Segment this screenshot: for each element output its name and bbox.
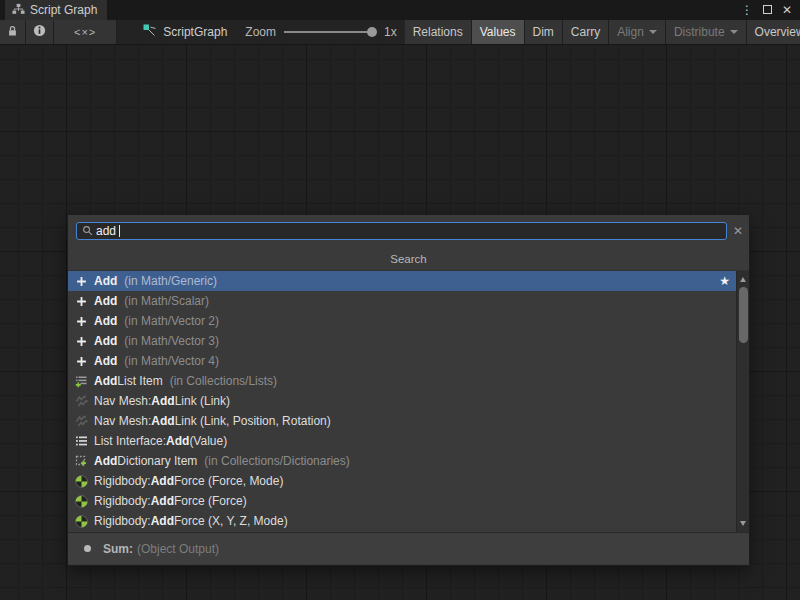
row-suffix: Force (X, Y, Z, Mode) — [174, 514, 288, 528]
code-view-button[interactable]: <×> — [54, 20, 117, 44]
text-caret — [119, 225, 120, 237]
finder-row[interactable]: Add(in Math/Scalar) — [68, 291, 736, 311]
row-suffix: List Item — [117, 374, 162, 388]
finder-rows: Add(in Math/Generic)★Add(in Math/Scalar)… — [68, 271, 736, 531]
finder-results-list: Add(in Math/Generic)★Add(in Math/Scalar)… — [68, 271, 749, 532]
finder-row[interactable]: Add(in Math/Vector 2) — [68, 311, 736, 331]
row-suffix: Force (Force) — [174, 494, 247, 508]
finder-row[interactable]: Add(in Math/Generic)★ — [68, 271, 736, 291]
list-icon — [74, 435, 88, 448]
row-match-text: Add — [94, 314, 117, 328]
row-match-text: Add — [151, 494, 174, 508]
rigidbody-icon — [74, 495, 88, 508]
finder-row[interactable]: Add(in Math/Vector 3) — [68, 331, 736, 351]
maximize-icon[interactable] — [763, 4, 772, 16]
tab-title: Script Graph — [30, 3, 97, 17]
finder-row[interactable]: Rigidbody: Add Force (Force, Mode) — [68, 471, 736, 491]
plus-icon — [74, 355, 88, 368]
rigidbody-icon — [74, 515, 88, 528]
close-window-icon[interactable]: ✕ — [782, 4, 792, 16]
row-suffix: Link (Link) — [175, 394, 230, 408]
info-icon — [33, 24, 46, 40]
finder-row[interactable]: Nav Mesh: Add Link (Link, Position, Rota… — [68, 411, 736, 431]
scroll-up-icon[interactable] — [740, 277, 746, 282]
row-match-text: Add — [94, 354, 117, 368]
row-match-text: Add — [94, 274, 117, 288]
graph-hierarchy-icon — [12, 3, 25, 18]
dim-button[interactable]: Dim — [525, 20, 563, 44]
distribute-dropdown[interactable]: Distribute — [666, 20, 747, 44]
plus-icon — [74, 295, 88, 308]
search-input[interactable]: add — [76, 222, 727, 240]
graph-label: ScriptGraph — [163, 25, 227, 39]
footer-selected-name: Sum: — [103, 542, 133, 556]
code-view-icon: <×> — [74, 26, 96, 38]
row-match-text: Add — [151, 474, 174, 488]
info-button[interactable] — [26, 20, 54, 44]
search-query-text: add — [96, 225, 116, 237]
row-category: (in Math/Scalar) — [124, 294, 209, 308]
dict-add-icon — [74, 455, 88, 468]
values-button[interactable]: Values — [472, 20, 525, 44]
row-prefix: List Interface: — [94, 434, 166, 448]
row-suffix: Force (Force, Mode) — [174, 474, 283, 488]
zoom-value: 1x — [384, 25, 397, 39]
row-match-text: Add — [94, 334, 117, 348]
output-port-icon — [84, 545, 91, 552]
close-finder-icon[interactable]: ✕ — [733, 222, 743, 240]
row-match-text: Add — [151, 394, 174, 408]
align-label: Align — [617, 25, 644, 39]
row-prefix: Nav Mesh: — [94, 394, 151, 408]
finder-row[interactable]: Add List Item(in Collections/Lists) — [68, 371, 736, 391]
zoom-slider[interactable] — [284, 31, 376, 33]
row-category: (in Collections/Lists) — [170, 374, 277, 388]
row-category: (in Math/Vector 4) — [124, 354, 219, 368]
row-prefix: Rigidbody: — [94, 474, 151, 488]
finder-row[interactable]: Nav Mesh: Add Link (Link) — [68, 391, 736, 411]
finder-row[interactable]: Add Dictionary Item(in Collections/Dicti… — [68, 451, 736, 471]
row-suffix: (Value) — [189, 434, 227, 448]
relations-button[interactable]: Relations — [405, 20, 472, 44]
row-suffix: Link (Link, Position, Rotation) — [175, 414, 331, 428]
row-match-text: Add — [151, 414, 174, 428]
zoom-slider-handle[interactable] — [367, 27, 377, 37]
graph-breadcrumb[interactable]: ScriptGraph — [133, 20, 237, 44]
chevron-down-icon — [649, 30, 657, 34]
lock-button[interactable] — [0, 20, 26, 44]
plus-icon — [74, 335, 88, 348]
row-match-text: Add — [94, 374, 117, 388]
finder-header: Search — [68, 247, 749, 271]
toolbar-gap — [117, 20, 133, 44]
finder-row[interactable]: Rigidbody: Add Force (Force) — [68, 491, 736, 511]
navmesh-icon — [74, 415, 88, 428]
row-prefix: Rigidbody: — [94, 494, 151, 508]
vertical-scrollbar[interactable] — [736, 271, 749, 532]
finder-row[interactable]: Rigidbody: Add Force (X, Y, Z, Mode) — [68, 511, 736, 531]
search-row: add ✕ — [68, 215, 749, 247]
script-graph-node-icon — [143, 24, 157, 41]
align-dropdown[interactable]: Align — [609, 20, 666, 44]
lock-icon — [7, 25, 18, 40]
fuzzy-finder-popup: add ✕ Search Add(in Math/Generic)★Add(in… — [68, 215, 749, 565]
toolbar-right-group: Relations Values Dim Carry Align Distrib… — [405, 20, 800, 44]
distribute-label: Distribute — [674, 25, 725, 39]
footer-selected-detail: (Object Output) — [137, 542, 219, 556]
window-tab-bar: Script Graph ⋮ ✕ — [0, 0, 800, 20]
navmesh-icon — [74, 395, 88, 408]
row-match-text: Add — [151, 514, 174, 528]
scroll-down-icon[interactable] — [740, 521, 746, 526]
finder-row[interactable]: List Interface: Add (Value) — [68, 431, 736, 451]
row-category: (in Math/Vector 2) — [124, 314, 219, 328]
row-match-text: Add — [166, 434, 189, 448]
row-category: (in Math/Vector 3) — [124, 334, 219, 348]
row-prefix: Nav Mesh: — [94, 414, 151, 428]
menu-dots-icon[interactable]: ⋮ — [741, 4, 753, 16]
scrollbar-thumb[interactable] — [739, 287, 748, 343]
carry-button[interactable]: Carry — [563, 20, 609, 44]
finder-row[interactable]: Add(in Math/Vector 4) — [68, 351, 736, 371]
row-category: (in Math/Generic) — [124, 274, 217, 288]
favorite-star-icon[interactable]: ★ — [719, 274, 730, 288]
tab-script-graph[interactable]: Script Graph — [5, 0, 107, 20]
rigidbody-icon — [74, 475, 88, 488]
overview-button[interactable]: Overview — [747, 20, 800, 44]
